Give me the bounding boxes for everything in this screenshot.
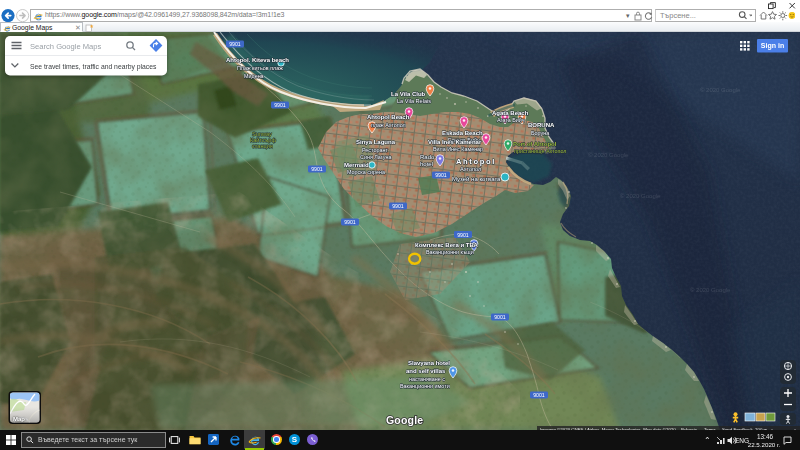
svg-text:Mermaid: Mermaid <box>344 162 369 168</box>
svg-text:hotel: hotel <box>420 161 433 167</box>
svg-text:9001: 9001 <box>494 314 506 320</box>
svg-text:Agata Beach: Agata Beach <box>492 110 529 116</box>
svg-text:настаняване с: настаняване с <box>409 376 445 382</box>
svg-text:Морска сирена: Морска сирена <box>347 169 385 175</box>
svg-text:Плаж китьов плаж: Плаж китьов плаж <box>237 65 283 71</box>
svg-text:Музей на котвата: Музей на котвата <box>452 176 501 182</box>
svg-text:Ahtopol. Kiteva beach: Ahtopol. Kiteva beach <box>226 57 289 63</box>
svg-text:Ahtopol: Ahtopol <box>456 157 496 166</box>
svg-text:9901: 9901 <box>344 219 356 225</box>
svg-text:Ваканционни къщи: Ваканционни къщи <box>426 249 474 255</box>
svg-text:Google: Google <box>386 414 423 426</box>
svg-text:Комплекс Вега и ТВА: Комплекс Вега и ТВА <box>415 242 479 248</box>
svg-text:Rado: Rado <box>420 154 435 160</box>
svg-text:Map: Map <box>13 416 25 422</box>
svg-text:9901: 9901 <box>457 232 469 238</box>
svg-text:Ahtopol Beach: Ahtopol Beach <box>367 114 410 120</box>
svg-text:Вила Инес Каменар: Вила Инес Каменар <box>433 146 483 152</box>
svg-text:La Vila Relais: La Vila Relais <box>397 98 431 104</box>
svg-text:© 2020 Google: © 2020 Google <box>690 287 731 293</box>
svg-text:Мидена: Мидена <box>244 73 264 79</box>
svg-text:La Vila Club: La Vila Club <box>391 91 426 97</box>
svg-text:Sign in: Sign in <box>761 42 784 50</box>
svg-text:Ресторант: Ресторант <box>362 147 388 153</box>
svg-text:Port of Ahtopol: Port of Ahtopol <box>513 141 557 147</box>
svg-text:плаж Ахтопол: плаж Ахтопол <box>371 122 406 128</box>
svg-text:Slavyana hotel: Slavyana hotel <box>408 360 450 366</box>
svg-text:9901: 9901 <box>392 203 404 209</box>
svg-text:Агата Бийч: Агата Бийч <box>497 117 525 123</box>
svg-text:Sinya Laguna: Sinya Laguna <box>356 139 396 145</box>
svg-text:станция: станция <box>252 143 273 149</box>
svg-text:Villa Ines Kamenar: Villa Ines Kamenar <box>428 139 482 145</box>
svg-text:9901: 9901 <box>311 166 323 172</box>
svg-text:Search Google Maps: Search Google Maps <box>30 42 102 51</box>
svg-text:Eskada Beach: Eskada Beach <box>442 130 483 136</box>
svg-text:Синя Лагуна: Синя Лагуна <box>360 154 391 160</box>
svg-text:9901: 9901 <box>274 102 286 108</box>
svg-text:© 2020 Google: © 2020 Google <box>588 152 629 158</box>
svg-text:BORUNA: BORUNA <box>528 122 555 128</box>
svg-text:пристанище Ахтопол: пристанище Ахтопол <box>514 148 566 154</box>
svg-text:9901: 9901 <box>229 41 241 47</box>
svg-text:and self villas: and self villas <box>406 368 446 374</box>
svg-text:9901: 9901 <box>435 172 447 178</box>
svg-text:© 2020 Google: © 2020 Google <box>620 193 661 199</box>
svg-text:9001: 9001 <box>533 392 545 398</box>
svg-text:Ахтопол: Ахтопол <box>460 166 481 172</box>
svg-text:Боруна: Боруна <box>531 130 549 136</box>
svg-text:See travel times, traffic and: See travel times, traffic and nearby pla… <box>30 63 157 71</box>
svg-text:Ваканционни имоти: Ваканционни имоти <box>400 383 450 389</box>
svg-text:© 2020 Google: © 2020 Google <box>700 87 741 93</box>
